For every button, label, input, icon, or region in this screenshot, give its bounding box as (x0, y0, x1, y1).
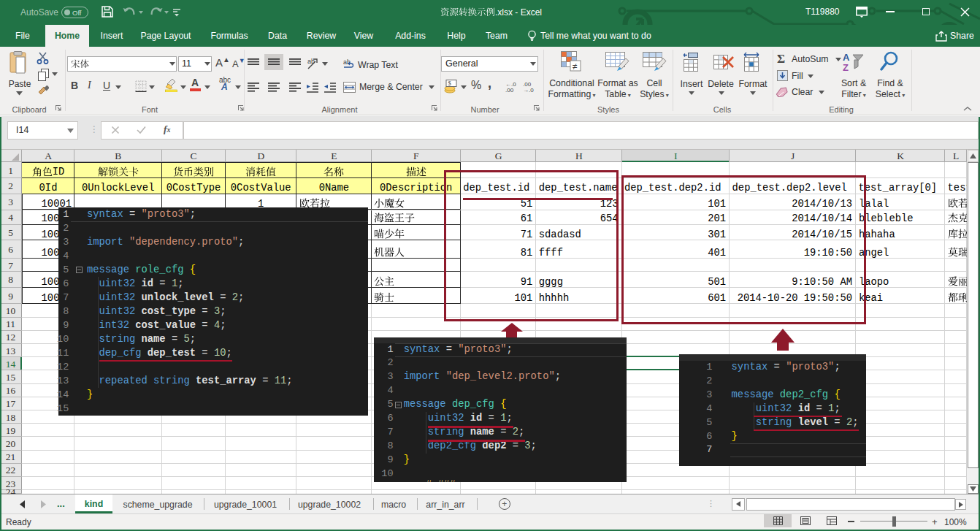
svg-text:$: $ (448, 80, 451, 87)
svg-text:→.0: →.0 (523, 87, 534, 92)
svg-text:A: A (843, 52, 850, 63)
svg-text:Z: Z (843, 62, 849, 72)
svg-text:.00: .00 (505, 87, 514, 92)
svg-text:≠: ≠ (573, 61, 578, 72)
svg-text:ab: ab (307, 58, 315, 65)
